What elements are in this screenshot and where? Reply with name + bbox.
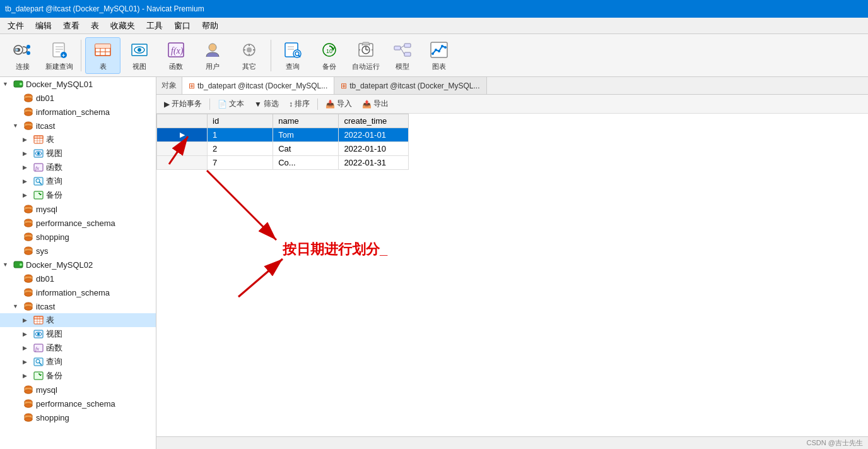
tab-1-label: tb_datepart @itcast (Docker_MySQL... (197, 81, 327, 90)
begin-transaction-label: 开始事务 (172, 99, 202, 109)
table-row[interactable]: ▶ 1 Tom 2022-01-01 (157, 128, 409, 142)
db01-mysql02[interactable]: ▶ db01 (0, 272, 156, 285)
backup-button[interactable]: 10 备份 (312, 37, 347, 74)
cell-name: Tom (273, 128, 339, 142)
tab-bar: 对象 ⊞ tb_datepart @itcast (Docker_MySQL..… (156, 77, 868, 95)
menu-file[interactable]: 文件 (3, 19, 29, 33)
mysql-label: mysql (36, 205, 57, 214)
mysql-db-mysql01[interactable]: ▶ mysql (0, 202, 156, 216)
cell-id: 7 (208, 156, 273, 170)
auto-run-button[interactable]: 自动运行 (348, 37, 384, 74)
server-label: Docker_MySQL01 (26, 80, 93, 89)
user-label: 用户 (206, 62, 220, 71)
import-button[interactable]: 📥 导入 (322, 97, 356, 111)
expand-arrow: ▶ (23, 164, 33, 171)
backup-item-mysql02[interactable]: ▶ 备份 (0, 369, 156, 383)
menu-edit[interactable]: 编辑 (30, 19, 57, 33)
function-button[interactable]: f(x) 函数 (158, 37, 194, 74)
db01-mysql01[interactable]: ▶ db01 (0, 91, 156, 105)
filter-label: 筛选 (264, 99, 279, 109)
backup-icon: 10 (319, 40, 339, 60)
text-label: 文本 (229, 99, 244, 109)
backup-item-mysql01[interactable]: ▶ 备份 (0, 188, 156, 202)
transaction-icon: ▶ (164, 100, 170, 109)
expand-arrow: ▶ (23, 345, 33, 351)
table-button[interactable]: 表 (85, 37, 120, 74)
svg-point-56 (441, 45, 443, 47)
menu-favorites[interactable]: 收藏夹 (105, 19, 140, 33)
views-item-mysql01[interactable]: ▶ 视图 (0, 147, 156, 160)
arrow-indicator: ▶ (180, 131, 185, 138)
text-button[interactable]: 📄 文本 (214, 97, 248, 111)
itcast-mysql01[interactable]: ▼ itcast (0, 119, 156, 133)
status-text: CSDN @吉士先生 (807, 438, 863, 448)
tab-table-icon-2: ⊞ (341, 81, 347, 90)
objects-tab-side[interactable]: 对象 (156, 77, 182, 94)
info-schema-mysql02[interactable]: ▶ information_schema (0, 285, 156, 299)
shopping-db-mysql02[interactable]: ▶ shopping (0, 410, 156, 424)
query-button[interactable]: 查询 (275, 37, 310, 74)
queries-item-mysql02[interactable]: ▶ 查询 (0, 355, 156, 369)
model-button[interactable]: 模型 (385, 37, 420, 74)
svg-point-55 (438, 50, 440, 52)
queries-item-mysql01[interactable]: ▶ 查询 (0, 174, 156, 188)
menu-window[interactable]: 窗口 (169, 19, 196, 33)
mysql-db-mysql02[interactable]: ▶ mysql (0, 383, 156, 397)
new-query-icon: + (49, 40, 69, 60)
tables-item-mysql01[interactable]: ▶ 表 (0, 133, 156, 147)
functions-item-mysql02[interactable]: ▶ fx 函数 (0, 341, 156, 355)
menu-view[interactable]: 查看 (58, 19, 85, 33)
cell-name: Co... (273, 156, 339, 170)
sys-label: sys (36, 246, 49, 256)
toolbar-sep-1 (81, 40, 81, 71)
tab-2-label: tb_datepart @itcast (Docker_MySQL... (349, 81, 479, 90)
svg-point-115 (25, 417, 32, 421)
tab-1[interactable]: ⊞ tb_datepart @itcast (Docker_MySQL... (182, 77, 334, 94)
itcast-mysql02[interactable]: ▼ itcast (0, 299, 156, 313)
menu-help[interactable]: 帮助 (197, 19, 223, 33)
tables-item-mysql02[interactable]: ▶ 表 (0, 313, 156, 327)
perf-schema-mysql01[interactable]: ▶ performance_schema (0, 216, 156, 230)
user-button[interactable]: 用户 (195, 37, 230, 74)
export-button[interactable]: 📤 导出 (358, 97, 392, 111)
tables2-label: 表 (46, 314, 54, 326)
views-item-mysql02[interactable]: ▶ 视图 (0, 327, 156, 341)
menu-table[interactable]: 表 (86, 19, 104, 33)
other-button[interactable]: 其它 (232, 37, 267, 74)
sort-label: 排序 (295, 99, 310, 109)
shopping-db-mysql01[interactable]: ▶ shopping (0, 230, 156, 244)
new-query-button[interactable]: + 新建查询 (42, 37, 77, 74)
table-row[interactable]: 2 Cat 2022-01-10 (157, 142, 409, 156)
sort-button[interactable]: ↕ 排序 (285, 97, 314, 111)
functions-item-mysql01[interactable]: ▶ fx 函数 (0, 160, 156, 174)
svg-text:f(x): f(x) (171, 46, 184, 56)
auto-run-label: 自动运行 (352, 62, 380, 71)
tab-2[interactable]: ⊞ tb_datepart @itcast (Docker_MySQL... (334, 77, 486, 94)
perf-schema-label: performance_schema (36, 219, 115, 228)
svg-line-118 (207, 171, 276, 240)
db-icon (23, 273, 34, 284)
chart-button[interactable]: 图表 (421, 37, 457, 74)
col-id-header: id (208, 114, 273, 128)
expand-arrow: ▼ (3, 261, 13, 268)
function-label: 函数 (169, 62, 183, 71)
connect-button[interactable]: 连接 (5, 37, 40, 74)
perf-schema-mysql02[interactable]: ▶ performance_schema (0, 397, 156, 410)
info-schema-mysql01[interactable]: ▶ information_schema (0, 105, 156, 119)
db-icon (23, 93, 34, 103)
table-row[interactable]: 7 Co... 2022-01-31 (157, 156, 409, 170)
svg-line-119 (238, 259, 283, 297)
server-mysql01[interactable]: ▼ Docker_MySQL01 (0, 77, 156, 91)
filter-button[interactable]: ▼ 筛选 (250, 97, 283, 111)
begin-transaction-button[interactable]: ▶ 开始事务 (160, 97, 206, 111)
row-indicator-header (157, 114, 208, 128)
server-mysql02[interactable]: ▼ Docker_MySQL02 (0, 258, 156, 272)
backup-label: 备份 (46, 189, 62, 201)
view-button[interactable]: 视图 (122, 37, 157, 74)
db-icon (23, 204, 34, 214)
sys-db-mysql01[interactable]: ▶ sys (0, 244, 156, 258)
cell-create-time: 2022-01-01 (339, 128, 409, 142)
title-bar: tb_datepart @itcast (Docker_MySQL01) - N… (0, 0, 868, 18)
main-layout: ▼ Docker_MySQL01 ▶ db01 ▶ information_sc… (0, 77, 868, 449)
menu-tools[interactable]: 工具 (141, 19, 168, 33)
